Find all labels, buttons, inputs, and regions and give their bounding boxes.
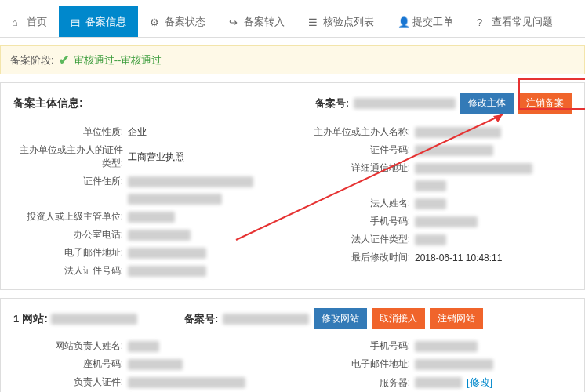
- list-icon: ☰: [308, 16, 319, 27]
- field-row: 办公室电话:: [13, 226, 285, 244]
- field-value: 工商营业执照: [128, 151, 184, 164]
- field-value-redacted: [128, 359, 183, 370]
- cancel-record-button[interactable]: 注销备案: [518, 93, 572, 114]
- field-label: 服务器:: [300, 376, 410, 390]
- field-label: 法人姓名:: [300, 197, 410, 210]
- field-value-redacted: [415, 198, 446, 209]
- site-number: 1: [13, 313, 19, 325]
- field-value-redacted: [415, 180, 446, 191]
- field-value-redacted: [415, 341, 478, 352]
- tab-备案状态[interactable]: ⚙备案状态: [138, 6, 217, 37]
- subject-panel: 备案主体信息: 备案号: 修改主体 注销备案 单位性质:企业主办单位或主办人的证…: [0, 82, 585, 290]
- field-row: 电子邮件地址:: [300, 355, 572, 373]
- field-value-redacted: [128, 377, 245, 388]
- nav-tabs: ⌂首页▤备案信息⚙备案状态↪备案转入☰核验点列表👤提交工单?查看常见问题: [0, 6, 585, 38]
- field-value-redacted: [415, 145, 493, 156]
- field-label: 证件号码:: [300, 143, 410, 157]
- field-label: 办公室电话:: [13, 228, 123, 241]
- field-value: 企业: [128, 125, 147, 139]
- field-row: 电子邮件地址:: [13, 244, 285, 262]
- cancel-site-button[interactable]: 注销网站: [430, 308, 483, 329]
- stage-status: 审核通过--审核通过: [74, 53, 162, 67]
- tab-首页[interactable]: ⌂首页: [0, 6, 59, 37]
- field-label: 详细通信地址:: [300, 162, 410, 175]
- field-row: 投资人或上级主管单位:: [13, 208, 285, 226]
- field-row: 最后修改时间:2018-06-11 10:48:11: [300, 249, 572, 267]
- home-icon: ⌂: [12, 16, 23, 27]
- record-number-label: 备案号:: [315, 96, 349, 111]
- field-label: 投资人或上级主管单位:: [13, 210, 123, 223]
- gear-icon: ⚙: [150, 16, 161, 27]
- field-value-redacted: [415, 377, 462, 388]
- field-row: 详细通信地址:: [300, 159, 572, 177]
- tab-查看常见问题[interactable]: ?查看常见问题: [465, 6, 565, 37]
- field-value-redacted: [128, 248, 206, 259]
- check-icon: ✔: [59, 53, 69, 67]
- field-label: 证件住所:: [13, 175, 123, 188]
- field-label: 电子邮件地址:: [13, 246, 123, 260]
- field-value-redacted: [128, 266, 206, 277]
- field-value-redacted: [415, 234, 446, 245]
- field-row: 服务器:[修改]: [300, 373, 572, 392]
- field-value-redacted: [415, 127, 501, 138]
- modify-subject-button[interactable]: 修改主体: [460, 93, 514, 114]
- field-value-redacted: [415, 163, 532, 174]
- site-panel: 1 网站: 备案号: 修改网站 取消接入 注销网站 网站负责人姓名:座机号码:负…: [0, 298, 585, 392]
- field-row: 证件住所:: [13, 172, 285, 191]
- field-label: 手机号码:: [300, 215, 410, 228]
- modify-link[interactable]: [修改]: [467, 376, 492, 390]
- field-row: 法人证件号码:: [13, 262, 285, 280]
- tab-备案信息[interactable]: ▤备案信息: [59, 6, 138, 37]
- svg-marker-1: [493, 114, 503, 122]
- field-value-redacted: [128, 341, 159, 352]
- stage-bar: 备案阶段: ✔ 审核通过--审核通过: [0, 45, 585, 74]
- file-icon: ▤: [71, 16, 82, 27]
- stage-label: 备案阶段:: [10, 53, 54, 67]
- site-record-value: [223, 314, 309, 325]
- tab-提交工单[interactable]: 👤提交工单: [386, 6, 465, 37]
- field-row: [300, 177, 572, 194]
- field-row: 手机号码:: [300, 212, 572, 230]
- field-label: 主办单位或主办人的证件类型:: [13, 143, 123, 170]
- field-label: 主办单位或主办人名称:: [300, 125, 410, 139]
- field-row: 主办单位或主办人的证件类型:工商营业执照: [13, 141, 285, 172]
- field-label: 最后修改时间:: [300, 251, 410, 264]
- site-name-value: [51, 314, 137, 325]
- field-label: 手机号码:: [300, 339, 410, 353]
- record-number-value: [354, 98, 456, 109]
- field-value-redacted: [128, 230, 191, 241]
- field-value-redacted: [128, 212, 175, 223]
- field-value-redacted: [128, 176, 253, 187]
- site-record-label: 备案号:: [184, 312, 218, 326]
- cancel-access-button[interactable]: 取消接入: [372, 308, 425, 329]
- field-label: 网站负责人姓名:: [13, 339, 123, 353]
- field-row: [13, 191, 285, 208]
- field-value-redacted: [415, 359, 493, 370]
- field-label: 法人证件号码:: [13, 264, 123, 278]
- field-row: 主办单位或主办人名称:: [300, 123, 572, 141]
- field-row: 法人姓名:: [300, 194, 572, 212]
- field-value-redacted: [128, 194, 222, 205]
- field-label: 负责人证件:: [13, 376, 123, 389]
- help-icon: ?: [477, 16, 488, 27]
- field-label: 座机号码:: [13, 358, 123, 371]
- field-row: 单位性质:企业: [13, 123, 285, 141]
- arrow-icon: ↪: [229, 16, 240, 27]
- field-row: 法人证件类型:: [300, 230, 572, 249]
- tab-核验点列表[interactable]: ☰核验点列表: [296, 6, 386, 37]
- field-row: 座机号码:: [13, 355, 285, 373]
- site-label: 网站:: [22, 312, 48, 326]
- field-label: 法人证件类型:: [300, 233, 410, 246]
- modify-site-button[interactable]: 修改网站: [314, 308, 367, 329]
- field-row: 手机号码:: [300, 337, 572, 355]
- field-label: 电子邮件地址:: [300, 358, 410, 371]
- user-icon: 👤: [398, 16, 409, 27]
- tab-备案转入[interactable]: ↪备案转入: [217, 6, 296, 37]
- field-label: 单位性质:: [13, 125, 123, 139]
- field-row: 负责人证件:: [13, 373, 285, 391]
- field-value-redacted: [415, 216, 478, 227]
- field-value: 2018-06-11 10:48:11: [415, 252, 502, 263]
- subject-title: 备案主体信息:: [13, 96, 83, 111]
- field-row: 网站负责人姓名:: [13, 337, 285, 355]
- field-row: 证件号码:: [300, 141, 572, 159]
